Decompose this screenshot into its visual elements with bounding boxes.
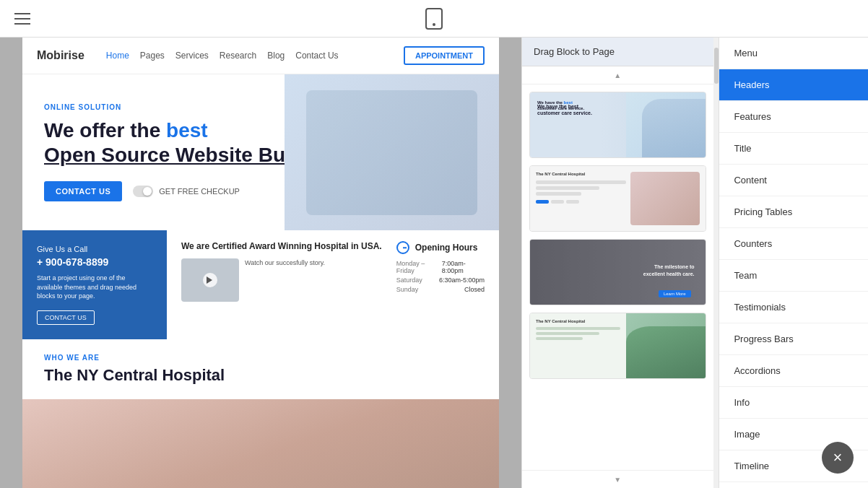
thumb4-hospital: The NY Central Hospital bbox=[536, 319, 620, 323]
info-desc: Start a project using one of the availab… bbox=[37, 274, 152, 301]
thumbnail-card-4[interactable]: The NY Central Hospital bbox=[529, 313, 706, 379]
scroll-top-area: ▲ bbox=[522, 66, 713, 84]
thumbnail-card-3[interactable]: The milestone toexcellent health care. L… bbox=[529, 239, 706, 305]
thumb3-btn: Learn More bbox=[659, 290, 691, 297]
info-section: Give Us a Call + 900-678-8899 Start a pr… bbox=[22, 230, 499, 339]
sidebar-item-info[interactable]: Info bbox=[719, 387, 868, 419]
thumb-image-2: The NY Central Hospital bbox=[530, 166, 706, 231]
nav-research[interactable]: Research bbox=[220, 51, 256, 61]
nav-links: Home Pages Services Research Blog Contac… bbox=[106, 51, 339, 61]
thumb2-image bbox=[630, 172, 699, 225]
thumb-image-4: The NY Central Hospital bbox=[530, 313, 706, 378]
site-logo: Mobirise bbox=[37, 49, 84, 62]
main-area: Mobirise Home Pages Services Research Bl… bbox=[0, 38, 868, 488]
certified-title: We are Certified Award Winning Hospital … bbox=[181, 241, 382, 251]
sidebar-item-headers[interactable]: Headers bbox=[719, 69, 868, 101]
hero-image-placeholder bbox=[306, 90, 478, 215]
contact-button[interactable]: CONTACT US bbox=[44, 181, 122, 201]
thumb3-text: The milestone toexcellent health care. bbox=[643, 263, 695, 278]
thumb2-hospital: The NY Central Hospital bbox=[536, 172, 626, 176]
sidebar-item-counters[interactable]: Counters bbox=[719, 228, 868, 260]
sidebar-item-progress-bars[interactable]: Progress Bars bbox=[719, 323, 868, 355]
thumb4-image bbox=[626, 313, 705, 378]
nav-services[interactable]: Services bbox=[175, 51, 209, 61]
website-preview: Mobirise Home Pages Services Research Bl… bbox=[22, 38, 499, 488]
right-panel: Drag Block to Page ▲ We have the best cu… bbox=[521, 38, 868, 488]
video-text: Watch our succesfully story. bbox=[245, 258, 325, 268]
clock-icon bbox=[396, 241, 409, 254]
thumb-image-3: The milestone toexcellent health care. L… bbox=[530, 240, 706, 305]
call-label: Give Us a Call bbox=[37, 245, 152, 253]
who-label: WHO WE ARE bbox=[44, 354, 477, 362]
who-section: WHO WE ARE The NY Central Hospital bbox=[22, 339, 499, 399]
scroll-bottom-area: ▼ bbox=[522, 470, 713, 488]
hero-image bbox=[285, 74, 499, 230]
sidebar-item-title[interactable]: Title bbox=[719, 133, 868, 165]
sidebar-item-pricing-tables[interactable]: Pricing Tables bbox=[719, 196, 868, 228]
who-title: The NY Central Hospital bbox=[44, 366, 477, 385]
thumbnails-scroll[interactable]: We have the best customer care service. … bbox=[522, 84, 713, 470]
thumbnail-card-2[interactable]: The NY Central Hospital bbox=[529, 165, 706, 232]
info-contact-button[interactable]: CONTACT US bbox=[37, 310, 95, 325]
device-icon[interactable] bbox=[425, 8, 443, 30]
portrait-section bbox=[22, 399, 499, 488]
top-bar bbox=[0, 0, 868, 38]
video-area: Watch our succesfully story. bbox=[181, 258, 382, 302]
thumb1-image bbox=[626, 92, 705, 157]
hours-title-label: Opening Hours bbox=[415, 243, 478, 253]
hero-section: ONLINE SOLUTION We offer the best Open S… bbox=[22, 74, 499, 230]
hero-highlight: best bbox=[166, 119, 208, 141]
phone-number: + 900-678-8899 bbox=[37, 256, 152, 268]
info-right: We are Certified Award Winning Hospital … bbox=[167, 230, 499, 339]
appointment-button[interactable]: APPOINTMENT bbox=[404, 46, 485, 65]
thumbnail-card-1[interactable]: We have the best customer care service. bbox=[529, 92, 706, 158]
video-thumbnail[interactable] bbox=[181, 258, 239, 302]
thumb1-text: We have the best customer care service. bbox=[537, 100, 588, 112]
close-fab-button[interactable]: × bbox=[822, 442, 854, 474]
sidebar-item-testimonials[interactable]: Testimonials bbox=[719, 292, 868, 323]
info-hours: Opening Hours Monday – Friday 7:00am-8:0… bbox=[396, 241, 485, 328]
thumbnails-panel: Drag Block to Page ▲ We have the best cu… bbox=[521, 38, 713, 488]
nav-pages[interactable]: Pages bbox=[140, 51, 165, 61]
hours-row-2: Saturday 6:30am-5:00pm bbox=[396, 276, 485, 284]
scroll-down-arrow[interactable]: ▼ bbox=[612, 474, 623, 485]
hours-row-3: Sunday Closed bbox=[396, 286, 485, 293]
nav-contact[interactable]: Contact Us bbox=[295, 51, 338, 61]
sidebar-item-accordions[interactable]: Accordions bbox=[719, 355, 868, 387]
nav-blog[interactable]: Blog bbox=[267, 51, 285, 61]
scroll-up-arrow[interactable]: ▲ bbox=[612, 69, 623, 81]
nav-sidebar: Menu Headers Features Title Content Pric… bbox=[719, 38, 868, 488]
free-checkup-button[interactable]: GET FREE CHECKUP bbox=[133, 186, 240, 197]
site-nav: Mobirise Home Pages Services Research Bl… bbox=[22, 38, 499, 74]
hamburger-menu[interactable] bbox=[14, 13, 30, 25]
play-button[interactable] bbox=[203, 273, 217, 287]
info-text: We are Certified Award Winning Hospital … bbox=[181, 241, 382, 328]
sidebar-item-menu[interactable]: Menu bbox=[719, 38, 868, 69]
thumb-image-1: We have the best customer care service. bbox=[530, 92, 706, 157]
canvas-area: Mobirise Home Pages Services Research Bl… bbox=[0, 38, 521, 488]
sidebar-item-features[interactable]: Features bbox=[719, 101, 868, 133]
nav-home[interactable]: Home bbox=[106, 51, 129, 61]
sidebar-item-team[interactable]: Team bbox=[719, 260, 868, 292]
info-left: Give Us a Call + 900-678-8899 Start a pr… bbox=[22, 230, 167, 339]
hours-row-1: Monday – Friday 7:00am-8:00pm bbox=[396, 260, 485, 274]
scrollbar-thumb bbox=[714, 48, 719, 84]
toggle-switch[interactable] bbox=[133, 186, 153, 197]
panel-header: Drag Block to Page bbox=[522, 38, 713, 66]
sidebar-item-content[interactable]: Content bbox=[719, 165, 868, 196]
scrollbar-track bbox=[713, 38, 719, 488]
portrait-image bbox=[22, 399, 499, 488]
